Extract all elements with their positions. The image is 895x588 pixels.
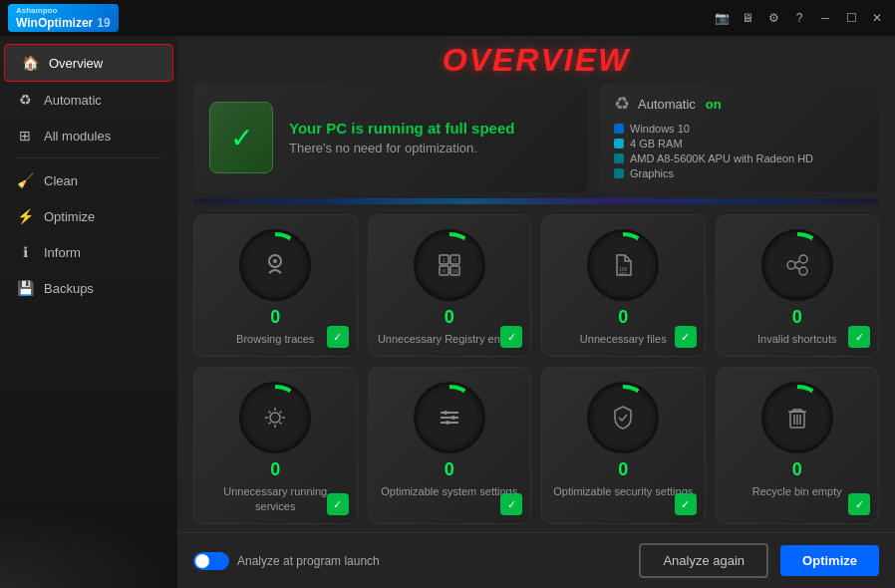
sys-info-label: Automatic [638, 97, 696, 112]
value-shortcuts: 0 [792, 307, 802, 328]
browsing-icon [246, 236, 304, 294]
sidebar-item-all-modules[interactable]: ⊞ All modules [0, 118, 177, 153]
svg-line-16 [795, 267, 799, 269]
value-services: 0 [270, 459, 280, 480]
gear-icon[interactable]: ⚙ [763, 8, 783, 28]
monitor-icon[interactable]: 🖥 [738, 8, 757, 28]
check-security: ✓ [675, 493, 697, 515]
brand-name: Ashampoo [16, 6, 111, 16]
sidebar-label-clean: Clean [44, 173, 78, 188]
sys-spec-cpu: AMD A8-5600K APU with Radeon HD [614, 152, 865, 164]
card-system-settings: 0 Optimizable system settings ✓ [368, 367, 532, 524]
main-layout: 🏠 Overview ♻ Automatic ⊞ All modules 🧹 C… [0, 36, 895, 588]
svg-text:001: 001 [619, 271, 628, 277]
app-logo: Ashampoo WinOptimizer 19 [8, 4, 119, 32]
camera-icon[interactable]: 📷 [712, 8, 732, 28]
sidebar-item-overview[interactable]: 🏠 Overview [4, 44, 173, 82]
page-title-bar: OVERVIEW [177, 36, 895, 83]
backups-icon: 💾 [16, 280, 34, 296]
sys-spec-os: Windows 10 [614, 123, 865, 135]
sidebar-label-all-modules: All modules [44, 129, 111, 144]
dot-ram [614, 139, 624, 148]
home-icon: 🏠 [21, 55, 39, 71]
svg-point-13 [799, 255, 807, 263]
clean-icon: 🧹 [16, 172, 34, 188]
check-shortcuts: ✓ [848, 326, 870, 348]
status-card: ✓ Your PC is running at full speed There… [193, 83, 588, 192]
status-message-2: There's no need for optimization. [289, 141, 514, 155]
sys-info-header: ♻ Automatic on [614, 93, 865, 115]
sidebar-label-optimize: Optimize [44, 209, 95, 224]
maximize-icon[interactable]: ☐ [841, 8, 861, 28]
card-ring-security [587, 382, 659, 453]
sys-spec-cpu-label: AMD A8-5600K APU with Radeon HD [630, 152, 813, 164]
card-ring-shortcuts [761, 229, 833, 301]
check-services: ✓ [327, 493, 349, 515]
status-check-icon: ✓ [209, 102, 273, 173]
sidebar-item-clean[interactable]: 🧹 Clean [0, 162, 177, 198]
sys-spec-gpu-label: Graphics [630, 167, 674, 179]
sidebar-item-inform[interactable]: ℹ Inform [0, 234, 177, 270]
card-recycle-bin: 0 Recycle bin empty ✓ [716, 367, 880, 524]
svg-text:1: 1 [443, 257, 446, 263]
sidebar-item-optimize[interactable]: ⚡ Optimize [0, 198, 177, 234]
svg-point-21 [444, 411, 448, 415]
modules-icon: ⊞ [16, 128, 34, 144]
page-title: OVERVIEW [443, 42, 630, 78]
label-system-settings: Optimizable system settings [381, 484, 517, 498]
check-files: ✓ [675, 326, 697, 348]
sidebar-item-automatic[interactable]: ♻ Automatic [0, 82, 177, 118]
window-controls: 📷 🖥 ⚙ ? ─ ☐ ✕ [712, 8, 887, 28]
label-browsing: Browsing traces [236, 332, 314, 346]
card-security-settings: 0 Optimizable security settings ✓ [541, 367, 706, 524]
titlebar: Ashampoo WinOptimizer 19 📷 🖥 ⚙ ? ─ ☐ ✕ [0, 0, 895, 36]
analyze-again-button[interactable]: Analyze again [639, 543, 768, 578]
analyze-toggle[interactable] [193, 552, 229, 570]
svg-line-15 [795, 261, 799, 263]
value-registry: 0 [445, 307, 454, 328]
bottom-bar: Analyze at program launch Analyze again … [177, 532, 895, 588]
sidebar-label-automatic: Automatic [44, 93, 102, 108]
toggle-label: Analyze at program launch [237, 554, 380, 568]
automatic-icon: ♻ [16, 92, 34, 108]
value-system-settings: 0 [445, 459, 454, 480]
files-icon: 100 001 [594, 236, 652, 294]
value-recycle: 0 [792, 459, 802, 480]
close-icon[interactable]: ✕ [867, 8, 887, 28]
svg-point-12 [787, 261, 795, 269]
value-browsing: 0 [270, 307, 280, 328]
optimize-button[interactable]: Optimize [780, 545, 879, 576]
dot-cpu [614, 153, 624, 163]
label-files: Unnecessary files [580, 332, 667, 346]
security-icon [594, 389, 652, 446]
label-security: Optimizable security settings [553, 484, 693, 498]
sys-info-status: on [706, 97, 722, 112]
help-icon[interactable]: ? [789, 8, 809, 28]
sidebar-divider [16, 157, 161, 158]
sidebar-label-overview: Overview [49, 56, 103, 71]
recycle-icon [768, 389, 826, 446]
minimize-icon[interactable]: ─ [815, 8, 835, 28]
check-system-settings: ✓ [500, 493, 522, 515]
check-browsing: ✓ [327, 326, 349, 348]
sys-spec-gpu: Graphics [614, 167, 865, 179]
svg-point-23 [446, 421, 449, 425]
toggle-wrap: Analyze at program launch [193, 552, 380, 570]
card-ring-browsing [239, 229, 311, 301]
optimize-icon: ⚡ [16, 208, 34, 224]
sidebar-item-backups[interactable]: 💾 Backups [0, 270, 177, 306]
card-registry: 1 0 0 01 0 Unnecessary Registry entries … [368, 214, 532, 357]
check-registry: ✓ [500, 326, 522, 348]
svg-text:0: 0 [443, 268, 446, 274]
card-ring-system-settings [414, 382, 485, 453]
sys-spec-os-label: Windows 10 [630, 123, 690, 135]
svg-point-1 [273, 259, 277, 263]
card-ring-files: 100 001 [587, 229, 659, 301]
value-files: 0 [618, 307, 628, 328]
svg-point-14 [799, 267, 807, 275]
status-text: Your PC is running at full speed There's… [289, 120, 514, 155]
inform-icon: ℹ [16, 244, 34, 260]
sys-spec-ram: 4 GB RAM [614, 138, 865, 149]
sidebar-label-backups: Backups [44, 281, 94, 296]
system-info-card: ♻ Automatic on Windows 10 4 GB RAM AMD A… [600, 83, 879, 192]
